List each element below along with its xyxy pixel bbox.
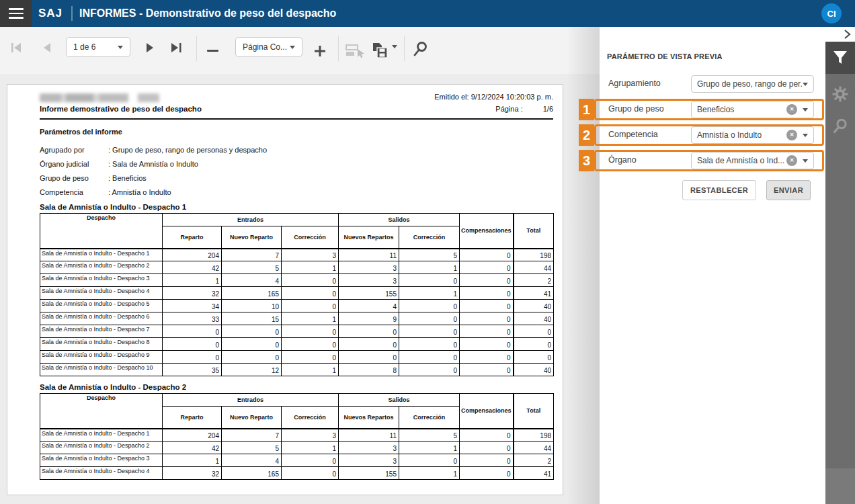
value-cell: 40	[514, 300, 554, 312]
competencia-label: Competencia	[608, 130, 658, 139]
value-cell: 41	[514, 287, 554, 300]
table-header-cell: Nuevos Repartos	[339, 407, 399, 429]
minus-icon	[207, 50, 218, 52]
table-row: Sala de Amnistía o Indulto - Despacho 31…	[40, 274, 554, 287]
topbar-divider	[71, 6, 73, 21]
hamburger-menu-icon[interactable]	[0, 0, 32, 27]
page-number-value: 1 de 6	[73, 42, 95, 52]
top-bar: SAJ INFORMES - Demonstrativo de peso del…	[0, 0, 855, 27]
value-cell: 7	[222, 429, 282, 442]
value-cell: 32	[163, 467, 222, 480]
table-row: Sala de Amnistía o Indulto - Despacho 43…	[40, 287, 554, 300]
table-row: Sala de Amnistía o Indulto - Despacho 90…	[40, 351, 554, 364]
last-page-button[interactable]	[169, 42, 183, 56]
despacho-cell: Sala de Amnistía o Indulto - Despacho 2	[40, 442, 163, 454]
header-rule	[40, 118, 553, 120]
zoom-in-button[interactable]	[313, 44, 327, 60]
report-sections: Sala de Amnistía o Indulto - Despacho 1D…	[40, 203, 553, 480]
table-row: Sala de Amnistía o Indulto - Despacho 24…	[40, 261, 554, 274]
value-cell: 12	[222, 364, 282, 376]
chevron-down-icon	[290, 46, 295, 49]
table-header-cell: Reparto	[163, 226, 222, 249]
value-cell: 2	[514, 454, 554, 467]
filter-funnel-icon	[831, 50, 849, 66]
user-avatar[interactable]: CI	[821, 3, 842, 24]
reset-button[interactable]: RESTABLECER	[682, 180, 756, 200]
value-cell: 0	[282, 287, 339, 300]
report-title: Informe demostrativo de peso del despach…	[40, 105, 202, 113]
previous-page-button[interactable]	[40, 42, 52, 56]
first-page-button[interactable]	[9, 42, 23, 56]
value-cell: 0	[222, 351, 282, 364]
value-cell: 0	[399, 325, 460, 338]
search-button[interactable]	[412, 41, 428, 59]
submit-button[interactable]: ENVIAR	[766, 180, 811, 200]
value-cell: 0	[399, 300, 460, 312]
value-cell: 165	[222, 467, 282, 480]
toolbar-divider	[338, 36, 339, 61]
clear-icon[interactable]	[786, 130, 797, 140]
settings-tab[interactable]	[825, 82, 855, 106]
competencia-value: Amnistía o Indulto	[697, 130, 786, 140]
report-table: DespachoEntradosSalidosCompensacionesTot…	[40, 213, 554, 376]
value-cell: 1	[399, 261, 460, 274]
export-button[interactable]	[370, 42, 397, 59]
table-header-cell: Corrección	[282, 407, 339, 429]
filter-panel-tab[interactable]	[825, 42, 855, 74]
table-header-cell: Corrección	[399, 407, 460, 429]
value-cell: 0	[282, 338, 339, 351]
value-cell: 4	[222, 454, 282, 467]
value-cell: 10	[222, 300, 282, 312]
value-cell: 0	[399, 338, 460, 351]
select-tool-button-disabled[interactable]	[345, 43, 365, 61]
value-cell: 0	[460, 442, 514, 454]
clear-icon[interactable]	[786, 104, 797, 115]
organo-select[interactable]: Sala de Amnistía o Ind...	[691, 152, 814, 169]
table-header-cell: Entrados	[163, 214, 339, 226]
rail-scroll-area[interactable]	[825, 468, 855, 504]
search-icon	[412, 41, 428, 57]
competencia-select[interactable]: Amnistía o Indulto	[691, 126, 814, 144]
table-header-cell: Salidos	[339, 214, 460, 226]
collapse-panel-button[interactable]	[842, 29, 853, 40]
value-cell: 0	[460, 454, 514, 467]
plus-icon	[313, 44, 327, 58]
preview-parameters-panel: PARÁMETRO DE VISTA PREVIA Agrupamiento G…	[600, 27, 855, 504]
next-page-button[interactable]	[144, 42, 156, 56]
viewer-toolbar: 1 de 6 Página Co...	[0, 27, 600, 74]
despacho-cell: Sala de Amnistía o Indulto - Despacho 6	[40, 312, 163, 325]
annotation-number-3: 3	[579, 150, 594, 171]
table-header-cell: Entrados	[163, 394, 339, 407]
value-cell: 5	[222, 261, 282, 274]
value-cell: 42	[163, 261, 222, 274]
value-cell: 0	[282, 274, 339, 287]
value-cell: 0	[460, 249, 514, 261]
table-header-cell: Reparto	[163, 407, 222, 429]
value-cell: 0	[460, 274, 514, 287]
table-header-cell: Total	[514, 214, 554, 249]
toolbar-divider	[196, 36, 197, 61]
value-cell: 1	[282, 312, 339, 325]
value-cell: 0	[460, 312, 514, 325]
value-cell: 0	[282, 351, 339, 364]
page-number-select[interactable]: 1 de 6	[66, 37, 130, 57]
report-page: Emitido el: 9/12/2024 10:20:03 p. m. Inf…	[7, 84, 563, 495]
redacted-header-text	[40, 93, 159, 102]
despacho-cell: Sala de Amnistía o Indulto - Despacho 7	[40, 325, 163, 338]
despacho-cell: Sala de Amnistía o Indulto - Despacho 10	[40, 364, 163, 376]
grupo-de-peso-value: Beneficios	[697, 105, 786, 114]
value-cell: 3	[282, 429, 339, 442]
parameters-title: Parámetros del informe	[40, 128, 553, 136]
value-cell: 4	[222, 274, 282, 287]
table-header-cell: Total	[514, 394, 554, 429]
value-cell: 204	[163, 249, 222, 261]
clear-icon[interactable]	[786, 155, 797, 166]
search-tab[interactable]	[825, 114, 855, 138]
zoom-out-button[interactable]	[207, 50, 218, 52]
value-cell: 0	[514, 338, 554, 351]
table-row: Sala de Amnistía o Indulto - Despacho 24…	[40, 442, 554, 454]
zoom-mode-select[interactable]: Página Co...	[235, 37, 302, 57]
agrupamiento-select[interactable]: Grupo de peso, rango de per...	[691, 75, 814, 93]
despacho-cell: Sala de Amnistía o Indulto - Despacho 4	[40, 467, 163, 480]
grupo-de-peso-select[interactable]: Beneficios	[691, 101, 814, 118]
